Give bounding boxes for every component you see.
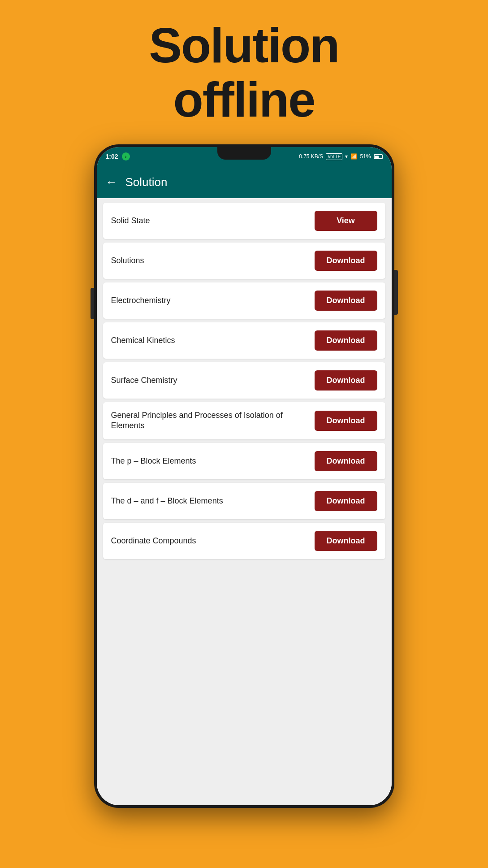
- download-button-8[interactable]: Download: [315, 491, 377, 511]
- hero-line2: offline: [173, 72, 315, 127]
- list-item: Coordinate CompoundsDownload: [103, 523, 385, 559]
- spotify-icon: ♪: [122, 152, 130, 161]
- list-item: ElectrochemistryDownload: [103, 282, 385, 319]
- item-title-9: Coordinate Compounds: [111, 536, 315, 546]
- back-button[interactable]: ←: [106, 175, 117, 189]
- phone-notch: [217, 147, 271, 160]
- download-button-2[interactable]: Download: [315, 251, 377, 271]
- network-speed: 0.75 KB/S: [299, 153, 323, 160]
- view-button-1[interactable]: View: [315, 211, 377, 231]
- item-title-5: Surface Chemistry: [111, 375, 315, 386]
- hero-title: Solution offline: [149, 18, 339, 126]
- content-list: Solid StateViewSolutionsDownloadElectroc…: [97, 198, 392, 805]
- status-time: 1:02: [106, 153, 118, 160]
- list-item: The d – and f – Block ElementsDownload: [103, 483, 385, 519]
- item-title-7: The p – Block Elements: [111, 456, 315, 466]
- phone-screen: 1:02 ♪ 0.75 KB/S VoLTE ▾ 📶 51% ← Solutio…: [97, 147, 392, 805]
- list-item: Solid StateView: [103, 203, 385, 239]
- item-title-8: The d – and f – Block Elements: [111, 496, 315, 506]
- download-button-6[interactable]: Download: [315, 411, 377, 431]
- volte-label: VoLTE: [326, 153, 342, 160]
- battery-icon: [374, 154, 383, 159]
- download-button-3[interactable]: Download: [315, 291, 377, 311]
- phone-mockup: 1:02 ♪ 0.75 KB/S VoLTE ▾ 📶 51% ← Solutio…: [94, 144, 394, 808]
- item-title-2: Solutions: [111, 256, 315, 266]
- item-title-3: Electrochemistry: [111, 295, 315, 306]
- item-title-1: Solid State: [111, 216, 315, 226]
- item-title-4: Chemical Kinetics: [111, 335, 315, 346]
- list-item: Chemical KineticsDownload: [103, 322, 385, 359]
- app-bar-title: Solution: [125, 175, 168, 189]
- download-button-7[interactable]: Download: [315, 451, 377, 471]
- list-item: SolutionsDownload: [103, 243, 385, 279]
- app-bar: ← Solution: [97, 166, 392, 198]
- signal-icon: 📶: [350, 153, 357, 160]
- status-left: 1:02 ♪: [106, 152, 130, 161]
- list-item: General Principles and Processes of Isol…: [103, 402, 385, 439]
- hero-line1: Solution: [149, 17, 339, 73]
- download-button-9[interactable]: Download: [315, 531, 377, 551]
- item-title-6: General Principles and Processes of Isol…: [111, 410, 315, 431]
- battery-level: 51%: [360, 153, 371, 160]
- wifi-icon: ▾: [345, 153, 348, 160]
- download-button-4[interactable]: Download: [315, 330, 377, 351]
- list-item: The p – Block ElementsDownload: [103, 443, 385, 479]
- download-button-5[interactable]: Download: [315, 370, 377, 391]
- list-item: Surface ChemistryDownload: [103, 362, 385, 399]
- status-right: 0.75 KB/S VoLTE ▾ 📶 51%: [299, 153, 382, 160]
